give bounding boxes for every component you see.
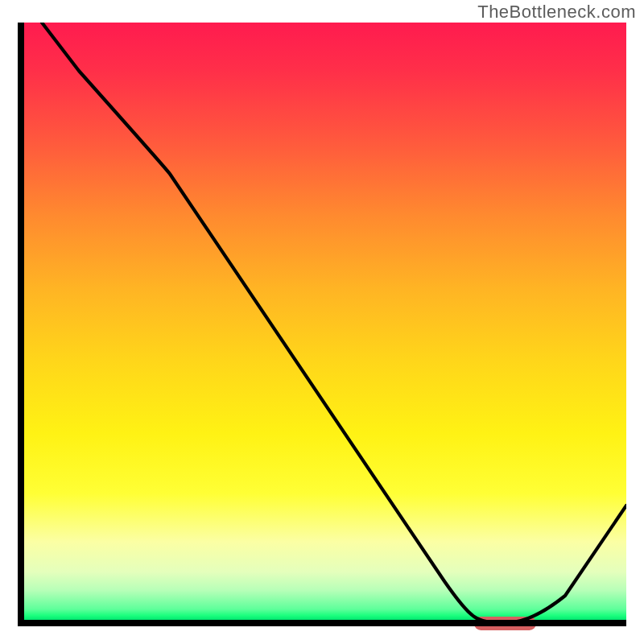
- curve-svg: [18, 23, 626, 626]
- attribution-text: TheBottleneck.com: [477, 2, 636, 23]
- bottleneck-curve: [42, 23, 626, 623]
- x-axis: [18, 620, 626, 626]
- plot-area: [18, 23, 626, 626]
- y-axis: [18, 23, 24, 626]
- chart-container: TheBottleneck.com: [0, 0, 644, 644]
